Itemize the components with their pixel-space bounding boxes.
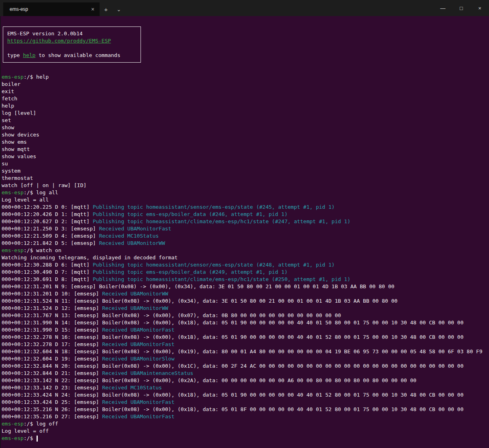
terminal-text-segment: 000+00:12:33.424 D 25: [emsesp]: [2, 399, 102, 405]
text-cursor: [37, 436, 38, 442]
terminal-line: ems-esp:/$ log off: [2, 420, 489, 428]
terminal-line: show values: [2, 153, 489, 160]
banner-box: EMS-ESP version 2.0.0b14 https://github.…: [3, 26, 141, 63]
terminal-text-segment: 000+00:12:31.524 D 12: [emsesp]: [2, 305, 102, 311]
terminal-text-segment: Received UBAMonitorWW: [102, 291, 168, 297]
terminal-line: 000+00:12:21.250 D 3: [emsesp] Received …: [2, 225, 489, 232]
terminal-text-segment: 000+00:12:33.424 N 24: [emsesp] Boiler(0…: [2, 392, 464, 398]
terminal-text-segment: boiler: [2, 81, 20, 87]
terminal-text-segment: Log level = off: [2, 428, 49, 434]
tab-close-icon[interactable]: ×: [88, 5, 97, 14]
terminal-line: 000+00:12:31.201 N 9: [emsesp] Boiler(0x…: [2, 283, 489, 290]
minimize-button[interactable]: —: [434, 0, 452, 16]
terminal-text-segment: 000+00:12:20.426 D 1: [mqtt]: [2, 211, 93, 217]
terminal-text-segment: 000+00:12:30.691 D 8: [mqtt]: [2, 276, 93, 282]
terminal-text-segment: show devices: [2, 132, 39, 138]
terminal-text-segment: Received MC10Status: [99, 233, 159, 239]
terminal-text-segment: Log level = all: [2, 197, 49, 203]
terminal-text-segment: su: [2, 161, 8, 167]
terminal-line: 000+00:12:32.278 D 17: [emsesp] Received…: [2, 341, 489, 348]
terminal-text-segment: 000+00:12:33.142 N 22: [emsesp] Boiler(0…: [2, 377, 416, 383]
terminal-line: 000+00:12:33.424 D 25: [emsesp] Received…: [2, 399, 489, 406]
terminal-text-segment: 000+00:12:32.844 D 21: [emsesp]: [2, 370, 102, 376]
terminal-line: ems-esp:/$ help: [2, 73, 489, 81]
titlebar: ems-esp × + ⌄ — □ ×: [0, 0, 489, 16]
terminal-text-segment: 000+00:12:35.216 N 26: [emsesp] Boiler(0…: [2, 406, 464, 412]
banner-blank-line: [7, 45, 137, 52]
terminal-text-segment: Received MC10Status: [102, 385, 162, 391]
terminal-text-segment: 000+00:12:32.278 N 16: [emsesp] Boiler(0…: [2, 334, 464, 340]
close-button[interactable]: ×: [471, 0, 489, 16]
terminal-text-segment: :/$ log all: [24, 189, 58, 195]
terminal-line: show ems: [2, 138, 489, 146]
terminal-text-segment: ems-esp: [2, 421, 24, 427]
terminal-text-segment: Publishing topic homeassistant/climate/e…: [93, 218, 350, 224]
github-link[interactable]: https://github.com/proddy/EMS-ESP: [7, 38, 111, 44]
terminal-screen[interactable]: EMS-ESP version 2.0.0b14 https://github.…: [0, 16, 489, 448]
terminal-text-segment: Received UBAMonitorSlow: [102, 356, 174, 362]
terminal-text-segment: thermostat: [2, 175, 33, 181]
terminal-line: 000+00:12:35.216 D 27: [emsesp] Received…: [2, 413, 489, 420]
terminal-text-segment: 000+00:12:31.990 D 15: [emsesp]: [2, 327, 102, 333]
terminal-text-segment: 000+00:12:30.288 D 6: [mqtt]: [2, 262, 93, 268]
terminal-text-segment: Publishing topic homeassistant/sensor/em…: [93, 262, 335, 268]
terminal-line: ems-esp:/$ log all: [2, 189, 489, 196]
maximize-icon: □: [460, 5, 463, 11]
terminal-text-segment: Watching incoming telegrams, displayed i…: [2, 255, 177, 261]
terminal-text-segment: ems-esp: [2, 74, 24, 80]
terminal-text-segment: 000+00:12:31.767 N 13: [emsesp] Boiler(0…: [2, 312, 341, 318]
terminal-line: 000+00:12:30.490 D 7: [mqtt] Publishing …: [2, 269, 489, 276]
terminal-line: boiler: [2, 81, 489, 88]
terminal-text-segment: 000+00:12:21.509 D 4: [emsesp]: [2, 233, 99, 239]
terminal-line: 000+00:12:20.225 D 0: [mqtt] Publishing …: [2, 204, 489, 211]
terminal-text-segment: 000+00:12:31.201 N 9: [emsesp] Boiler(0x…: [2, 283, 394, 289]
terminal-text-segment: 000+00:12:32.604 N 18: [emsesp] Boiler(0…: [2, 348, 482, 354]
terminal-text-segment: :/$: [24, 435, 36, 441]
terminal-line: show: [2, 124, 489, 131]
terminal-line: set: [2, 117, 489, 124]
terminal-line: watch [off | on | raw] [ID]: [2, 182, 489, 189]
banner-help-hint: type help to show available commands: [7, 52, 137, 59]
terminal-output: ems-esp:/$ helpboilerexitfetchhelplog [l…: [2, 73, 489, 442]
terminal-text-segment: show mqtt: [2, 146, 30, 152]
terminal-text-segment: system: [2, 168, 20, 174]
terminal-line: 000+00:12:33.142 N 22: [emsesp] Boiler(0…: [2, 377, 489, 384]
terminal-line: show mqtt: [2, 146, 489, 153]
terminal-text-segment: ems-esp: [2, 247, 24, 253]
terminal-text-segment: 000+00:12:31.524 N 11: [emsesp] Boiler(0…: [2, 298, 397, 304]
terminal-line: Log level = off: [2, 428, 489, 435]
terminal-text-segment: 000+00:12:33.142 D 23: [emsesp]: [2, 385, 102, 391]
terminal-line: 000+00:12:32.844 D 21: [emsesp] Received…: [2, 370, 489, 377]
terminal-text-segment: Received UBAMonitorFast: [102, 413, 174, 419]
banner-version: EMS-ESP version 2.0.0b14: [7, 30, 137, 37]
terminal-line: 000+00:12:35.216 N 26: [emsesp] Boiler(0…: [2, 406, 489, 413]
terminal-text-segment: show values: [2, 153, 36, 159]
terminal-line: 000+00:12:31.524 N 11: [emsesp] Boiler(0…: [2, 297, 489, 305]
terminal-text-segment: 000+00:12:32.278 D 17: [emsesp]: [2, 341, 102, 347]
terminal-text-segment: Received UBAMonitorFast: [99, 226, 171, 232]
terminal-text-segment: exit: [2, 88, 14, 94]
terminal-text-segment: 000+00:12:20.225 D 0: [mqtt]: [2, 204, 93, 210]
new-tab-button[interactable]: +: [100, 2, 112, 16]
tab-ems-esp[interactable]: ems-esp ×: [3, 2, 100, 16]
terminal-line: 000+00:12:33.424 N 24: [emsesp] Boiler(0…: [2, 391, 489, 399]
terminal-text-segment: Publishing topic ems-esp/boiler_data (#2…: [93, 269, 287, 275]
tab-dropdown-button[interactable]: ⌄: [112, 2, 125, 16]
terminal-text-segment: Received UBAMonitorWW: [99, 240, 165, 246]
terminal-line: 000+00:12:21.842 D 5: [emsesp] Received …: [2, 240, 489, 247]
terminal-text-segment: Received UBAMonitorFast: [102, 341, 174, 347]
terminal-line: 000+00:12:31.990 N 14: [emsesp] Boiler(0…: [2, 319, 489, 326]
terminal-line: su: [2, 160, 489, 167]
maximize-button[interactable]: □: [452, 0, 471, 16]
terminal-text-segment: 000+00:12:20.627 D 2: [mqtt]: [2, 218, 93, 224]
terminal-line: thermostat: [2, 175, 489, 182]
terminal-line: Log level = all: [2, 196, 489, 204]
terminal-text-segment: 000+00:12:30.490 D 7: [mqtt]: [2, 269, 93, 275]
terminal-line: log [level]: [2, 110, 489, 117]
terminal-line: 000+00:12:31.524 D 12: [emsesp] Received…: [2, 305, 489, 312]
window-controls: — □ ×: [434, 0, 489, 16]
terminal-line: ems-esp:/$: [2, 435, 489, 442]
terminal-line: 000+00:12:32.604 N 18: [emsesp] Boiler(0…: [2, 348, 489, 355]
terminal-window: ems-esp × + ⌄ — □ × EMS-ESP version 2.0.…: [0, 0, 489, 448]
terminal-text-segment: :/$ help: [24, 74, 49, 80]
